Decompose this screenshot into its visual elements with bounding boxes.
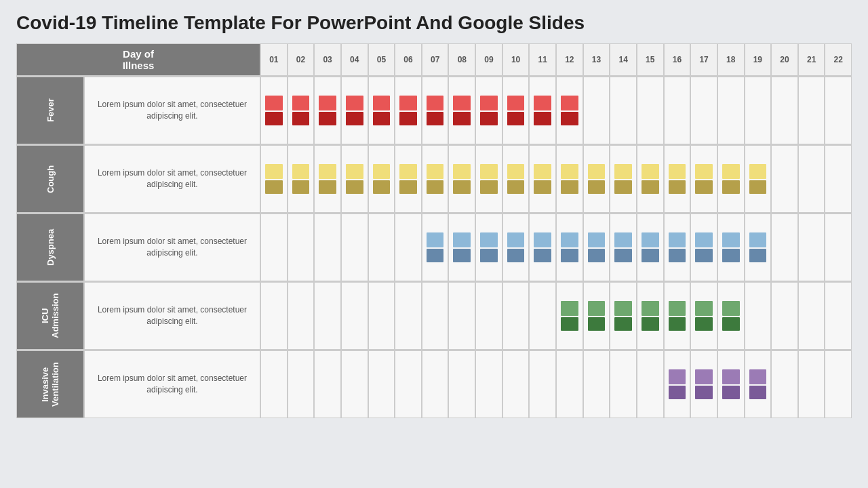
row-label-0: Fever [16,77,84,144]
cell-4-6 [422,350,449,418]
cell-0-16 [690,77,717,144]
cell-2-11 [556,214,583,281]
row-desc-0: Lorem ipsum dolor sit amet, consectetuer… [84,77,260,144]
cell-2-5 [395,214,422,281]
cell-0-20 [798,77,825,144]
data-row-4: Invasive VentilationLorem ipsum dolor si… [16,350,852,418]
bar-bot-3-16 [695,317,713,331]
bar-bot-2-15 [669,249,686,262]
header-day-03: 03 [314,43,341,76]
cell-0-11 [556,77,583,144]
bar-top-3-16 [695,301,713,316]
bar-top-1-11 [561,164,578,179]
header-day-02: 02 [288,43,315,76]
bar-top-1-0 [265,164,283,179]
bar-bot-0-7 [453,112,471,125]
bar-bot-1-4 [373,180,391,194]
row-label-4: Invasive Ventilation [16,350,84,418]
cell-3-18 [745,282,772,350]
bar-top-0-0 [265,96,283,110]
bar-bot-2-8 [480,249,498,262]
cell-3-6 [422,282,449,350]
cell-0-9 [502,77,530,144]
bar-bot-3-15 [669,317,686,331]
cell-4-12 [583,350,610,418]
page: Covid-19 Timeline Template For PowerPoin… [0,0,868,488]
cell-0-10 [529,77,556,144]
cell-4-9 [502,350,530,418]
cell-1-12 [583,145,610,213]
cell-3-17 [717,282,745,350]
bar-bot-1-7 [453,180,471,194]
bar-bot-1-3 [346,180,363,194]
header-day-21: 21 [798,43,825,76]
row-days-0 [260,77,852,144]
bar-top-4-15 [669,369,686,384]
bar-top-4-18 [749,369,767,384]
row-desc-1: Lorem ipsum dolor sit amet, consectetuer… [84,145,260,213]
cell-0-13 [610,77,637,144]
bar-bot-4-17 [722,386,740,399]
cell-4-0 [260,350,288,418]
bar-top-1-17 [722,164,740,179]
cell-0-8 [475,77,502,144]
row-days-3 [260,282,852,350]
bar-top-3-14 [642,301,659,316]
cell-3-2 [314,282,341,350]
cell-1-11 [556,145,583,213]
header-day-01: 01 [260,43,288,76]
row-label-1: Cough [16,145,84,213]
bar-top-1-5 [399,164,417,179]
header-day-13: 13 [583,43,610,76]
cell-1-5 [395,145,422,213]
cell-4-18 [745,350,772,418]
cell-1-8 [475,145,502,213]
bar-top-0-3 [346,96,363,110]
bar-top-0-5 [399,96,417,110]
bar-bot-0-11 [561,112,578,125]
cell-0-1 [288,77,315,144]
cell-2-10 [529,214,556,281]
bar-top-3-12 [588,301,606,316]
row-days-2 [260,214,852,281]
cell-3-9 [502,282,530,350]
bar-bot-4-15 [669,386,686,399]
cell-0-7 [448,77,475,144]
bar-bot-2-10 [534,249,551,262]
header-day-11: 11 [529,43,556,76]
cell-3-16 [690,282,717,350]
cell-2-18 [745,214,772,281]
cell-4-15 [664,350,691,418]
cell-3-15 [664,282,691,350]
bar-bot-1-2 [319,180,336,194]
data-row-3: ICU AdmissionLorem ipsum dolor sit amet,… [16,281,852,350]
bar-top-0-11 [561,96,578,110]
bar-bot-0-2 [319,112,336,125]
bar-top-2-6 [427,232,444,247]
cell-4-3 [341,350,368,418]
cell-1-9 [502,145,530,213]
cell-4-5 [395,350,422,418]
cell-2-17 [717,214,745,281]
data-rows-container: FeverLorem ipsum dolor sit amet, consect… [16,76,852,418]
bar-bot-0-1 [292,112,310,125]
bar-bot-1-16 [695,180,713,194]
bar-bot-2-12 [588,249,606,262]
bar-top-1-9 [507,164,525,179]
cell-1-18 [745,145,772,213]
cell-2-13 [610,214,637,281]
bar-bot-0-6 [427,112,444,125]
data-row-0: FeverLorem ipsum dolor sit amet, consect… [16,76,852,144]
bar-bot-3-13 [614,317,632,331]
cell-2-12 [583,214,610,281]
header-day-07: 07 [422,43,449,76]
bar-top-1-8 [480,164,498,179]
bar-top-1-7 [453,164,471,179]
bar-top-0-2 [319,96,336,110]
bar-bot-0-3 [346,112,363,125]
cell-2-4 [368,214,395,281]
bar-bot-1-9 [507,180,525,194]
bar-top-1-3 [346,164,363,179]
cell-4-10 [529,350,556,418]
bar-top-4-16 [695,369,713,384]
